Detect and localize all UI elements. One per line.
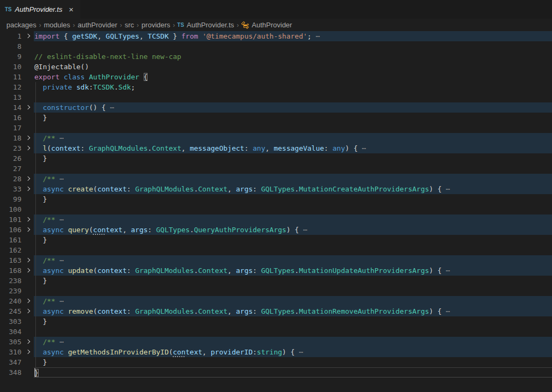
fold-chevron-icon[interactable]	[25, 176, 30, 181]
fold-chevron-icon[interactable]	[25, 136, 30, 140]
code-line-content[interactable]: l(context: GraphQLModules.Context, messa…	[34, 143, 552, 153]
code-line-content[interactable]	[34, 245, 552, 255]
code-line-content[interactable]: async create(context: GraphQLModules.Con…	[34, 184, 552, 194]
fold-gutter[interactable]	[21, 184, 34, 194]
fold-placeholder[interactable]: ⋯	[60, 338, 64, 346]
code-line-content[interactable]: async getMethodsInProviderByID(context, …	[34, 347, 552, 357]
code-line-content[interactable]: }	[34, 316, 552, 327]
fold-placeholder[interactable]: ⋯	[446, 307, 450, 315]
code-line-content[interactable]	[34, 327, 552, 337]
code-line-content[interactable]: import { getSDK, GQLTypes, TCSDK } from …	[34, 31, 552, 41]
code-line-content[interactable]: async update(context: GraphQLModules.Con…	[34, 265, 552, 276]
fold-chevron-icon[interactable]	[25, 34, 30, 38]
code-line-content[interactable]: /** ⋯	[34, 133, 552, 143]
line-number: 11	[0, 72, 21, 82]
code-line-content[interactable]: }	[34, 357, 552, 367]
fold-placeholder[interactable]: ⋯	[362, 144, 366, 152]
breadcrumb-symbol[interactable]: AuthProvider	[251, 21, 292, 29]
fold-chevron-icon[interactable]	[25, 268, 30, 272]
fold-chevron-icon[interactable]	[25, 187, 30, 191]
fold-placeholder[interactable]: ⋯	[303, 226, 307, 234]
fold-placeholder[interactable]: ⋯	[315, 32, 320, 40]
code-line-content[interactable]: }	[34, 194, 552, 204]
breadcrumb-folder[interactable]: modules	[43, 21, 71, 29]
code-line-content[interactable]: /** ⋯	[34, 215, 552, 225]
fold-gutter[interactable]	[21, 337, 34, 347]
fold-placeholder[interactable]: ⋯	[60, 297, 64, 305]
code-token: /**	[43, 175, 60, 183]
fold-placeholder[interactable]: ⋯	[299, 348, 303, 356]
breadcrumb-folder[interactable]: src	[124, 21, 135, 29]
code-line-content[interactable]: }	[34, 276, 552, 286]
fold-chevron-icon[interactable]	[25, 105, 30, 109]
code-line-content[interactable]: /** ⋯	[34, 255, 552, 265]
fold-placeholder[interactable]: ⋯	[110, 103, 114, 112]
tab-authprovider-ts[interactable]: TS AuthProvider.ts ×	[0, 0, 80, 19]
code-line-content[interactable]	[34, 286, 552, 296]
code-token: :	[253, 348, 257, 356]
line-number: 8	[0, 41, 21, 51]
fold-placeholder[interactable]: ⋯	[60, 216, 64, 224]
code-line-content[interactable]: }	[34, 367, 552, 378]
code-line-content[interactable]: // eslint-disable-next-line new-cap	[34, 51, 552, 62]
code-line-content[interactable]: }	[34, 113, 552, 123]
code-line-content[interactable]: /** ⋯	[34, 174, 552, 184]
breadcrumb-file[interactable]: AuthProvider.ts	[186, 21, 234, 29]
fold-gutter[interactable]	[21, 347, 34, 357]
code-line-content[interactable]	[34, 123, 552, 133]
fold-gutter[interactable]	[21, 143, 34, 153]
line-number: 161	[0, 235, 21, 245]
fold-placeholder[interactable]: ⋯	[446, 185, 450, 193]
code-line-content[interactable]: private sdk:TCSDK.Sdk;	[34, 82, 552, 92]
code-editor[interactable]: 1import { getSDK, GQLTypes, TCSDK } from…	[0, 31, 552, 392]
code-line-content[interactable]: /** ⋯	[34, 337, 552, 347]
fold-chevron-icon[interactable]	[25, 339, 30, 344]
fold-gutter[interactable]	[21, 306, 34, 316]
fold-chevron-icon[interactable]	[25, 309, 30, 313]
fold-gutter[interactable]	[21, 133, 34, 143]
breadcrumb-separator-icon: ›	[73, 21, 75, 29]
fold-gutter[interactable]	[21, 215, 34, 225]
fold-chevron-icon[interactable]	[25, 299, 30, 303]
fold-chevron-icon[interactable]	[25, 146, 30, 150]
fold-placeholder[interactable]: ⋯	[446, 267, 450, 275]
code-line-content[interactable]: /** ⋯	[34, 296, 552, 306]
code-token: getSDK	[72, 32, 97, 40]
code-line-content[interactable]: @Injectable()	[34, 62, 552, 72]
fold-gutter[interactable]	[21, 102, 34, 113]
code-line-content[interactable]: async query(context, args: GQLTypes.Quer…	[34, 225, 552, 235]
fold-gutter[interactable]	[21, 265, 34, 276]
code-line-content[interactable]: }	[34, 153, 552, 164]
code-line-content[interactable]: constructor() { ⋯	[34, 102, 552, 113]
code-line-content[interactable]	[34, 164, 552, 174]
fold-placeholder[interactable]: ⋯	[60, 256, 64, 264]
fold-gutter[interactable]	[21, 255, 34, 265]
fold-gutter[interactable]	[21, 174, 34, 184]
breadcrumb-folder[interactable]: authProvider	[77, 21, 118, 29]
code-line-row: 27	[0, 164, 552, 174]
code-line-content[interactable]: async remove(context: GraphQLModules.Con…	[34, 306, 552, 316]
fold-gutter[interactable]	[21, 225, 34, 235]
code-token: :	[253, 267, 261, 275]
fold-chevron-icon[interactable]	[25, 217, 30, 221]
fold-gutter[interactable]	[21, 296, 34, 306]
fold-placeholder[interactable]: ⋯	[60, 134, 64, 142]
breadcrumb-folder[interactable]: providers	[141, 21, 171, 29]
fold-chevron-icon[interactable]	[25, 258, 30, 262]
code-line-content[interactable]: export class AuthProvider {	[34, 72, 552, 82]
breadcrumb-folder[interactable]: packages	[6, 21, 37, 29]
close-tab-icon[interactable]: ×	[67, 5, 75, 14]
code-token: import	[34, 32, 64, 40]
fold-chevron-icon[interactable]	[25, 350, 30, 354]
code-line-content[interactable]	[34, 92, 552, 102]
fold-chevron-icon[interactable]	[25, 227, 30, 232]
fold-placeholder[interactable]: ⋯	[60, 175, 64, 183]
code-line-content[interactable]	[34, 41, 552, 51]
code-token: private	[43, 83, 77, 91]
code-line-row: 9// eslint-disable-next-line new-cap	[0, 51, 552, 62]
code-token: Sdk	[119, 83, 131, 91]
fold-gutter[interactable]	[21, 31, 34, 41]
code-line-content[interactable]	[34, 204, 552, 215]
code-line-content[interactable]: }	[34, 235, 552, 245]
code-token: :	[127, 185, 135, 193]
